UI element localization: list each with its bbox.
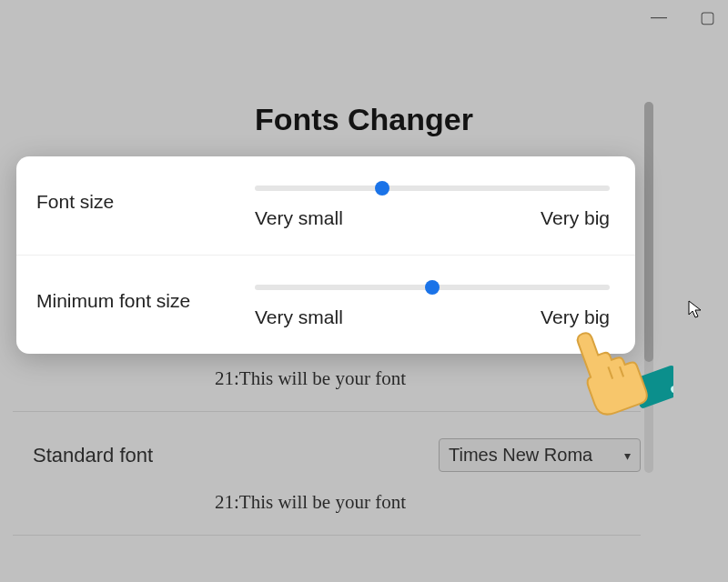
minimum-font-size-label: Minimum font size bbox=[36, 279, 237, 312]
font-size-slider-thumb[interactable] bbox=[375, 181, 389, 196]
minimize-button[interactable]: — bbox=[651, 7, 667, 27]
minimum-font-size-row: Minimum font size Very small Very big bbox=[16, 255, 635, 354]
pointing-hand-graphic bbox=[564, 320, 673, 429]
standard-font-row: Standard font Times New Roma ▾ bbox=[33, 438, 641, 472]
font-preview-line: 21:This will be your font bbox=[33, 367, 641, 390]
mouse-cursor-icon bbox=[688, 300, 703, 323]
divider bbox=[13, 535, 641, 536]
standard-font-select[interactable]: Times New Roma ▾ bbox=[439, 438, 641, 472]
font-size-popup: Font size Very small Very big Minimum fo… bbox=[16, 156, 635, 354]
minimum-font-size-slider-thumb[interactable] bbox=[425, 280, 440, 295]
font-size-label: Font size bbox=[36, 180, 237, 213]
minimum-font-size-slider[interactable] bbox=[255, 285, 610, 290]
page-title: Fonts Changer bbox=[0, 102, 728, 137]
slider-min-caption: Very small bbox=[255, 306, 343, 328]
slider-max-caption: Very big bbox=[541, 207, 610, 229]
divider bbox=[13, 411, 641, 412]
slider-min-caption: Very small bbox=[255, 207, 343, 229]
font-size-slider[interactable] bbox=[255, 186, 610, 191]
window-controls: — ▢ bbox=[651, 7, 715, 27]
standard-font-value: Times New Roma bbox=[449, 445, 592, 466]
font-size-row: Font size Very small Very big bbox=[16, 156, 635, 255]
maximize-button[interactable]: ▢ bbox=[700, 7, 715, 27]
font-preview-line: 21:This will be your font bbox=[33, 491, 641, 514]
standard-font-label: Standard font bbox=[33, 444, 153, 467]
chevron-down-icon: ▾ bbox=[624, 448, 631, 463]
